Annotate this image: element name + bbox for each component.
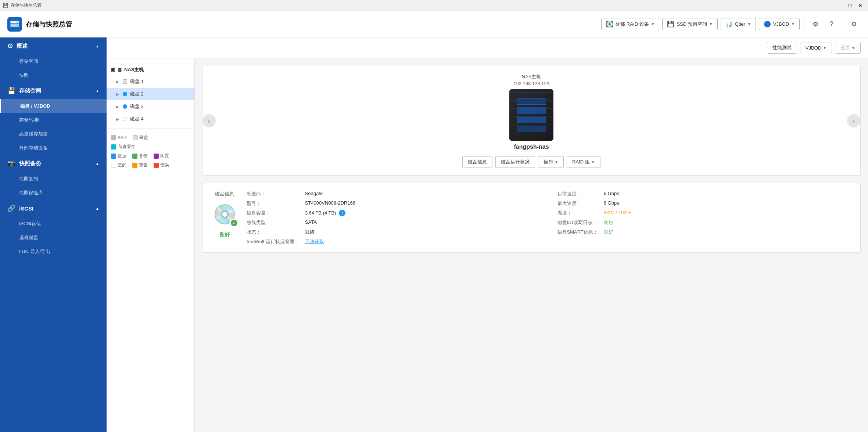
tree-node-disk1[interactable]: ▶ 磁盘 1	[107, 75, 194, 88]
sidebar-section-overview-left: ⊙ 概述	[7, 42, 28, 50]
legend-row-2: 高速缓存	[111, 144, 190, 150]
disk1-dot	[123, 79, 127, 84]
sidebar-section-iscsi[interactable]: 🔗 iSCSI	[0, 200, 107, 217]
performance-test-button[interactable]: 性能测试	[767, 42, 797, 54]
logo-svg	[10, 19, 20, 29]
smart-value: 良好	[604, 229, 853, 235]
main-content: 性能测试 VJBOD 还原 ▣ 🖥 NAS主机 ▶	[107, 37, 868, 432]
disk-info-right: 目前速度： 6 Gbps 最大速度： 6 Gbps 温度： 43°C / 109…	[557, 191, 853, 245]
nas-name-label: NAS主机	[522, 73, 541, 80]
sidebar-section-overview[interactable]: ⊙ 概述	[0, 37, 107, 54]
disk3-dot	[123, 104, 127, 109]
sidebar-item-cache[interactable]: 高速缓存加速	[0, 127, 107, 141]
operation-button[interactable]: 操作	[538, 156, 564, 168]
disk-status-text: 良好	[219, 231, 230, 238]
legend-box-warning	[132, 163, 137, 168]
sidebar-item-storage-snapshot[interactable]: 存储/快照	[0, 113, 107, 127]
sidebar-item-lun-import[interactable]: LUN 导入/导出	[0, 245, 107, 259]
sidebar-item-external-storage[interactable]: 外部存储设备	[0, 141, 107, 155]
sidebar-section-storage-left: 💾 存储空间	[7, 87, 41, 95]
sidebar-section-overview-label: 概述	[17, 43, 28, 50]
sidebar-item-iscsi-storage[interactable]: iSCSI存储	[0, 217, 107, 231]
tree-node-disk3[interactable]: ▶ 磁盘 3	[107, 100, 194, 113]
tree-header[interactable]: ▣ 🖥 NAS主机	[107, 64, 194, 75]
nas-slot-2	[517, 107, 546, 114]
qtier-button[interactable]: 📊 Qtier	[721, 18, 756, 30]
legend-box-empty	[111, 163, 116, 168]
status-label: 状态：	[247, 229, 299, 235]
settings-icon-button[interactable]: ⚙	[809, 18, 822, 31]
maximize-button[interactable]: □	[845, 1, 855, 10]
minimize-button[interactable]: —	[835, 1, 844, 10]
capacity-info-icon[interactable]: i	[339, 210, 345, 216]
disk2-label: 磁盘 2	[130, 91, 144, 97]
app-header: 存储与快照总管 💽 外部 RAID 设备 💾 SSD 预留空间 📊 Qtier …	[0, 11, 868, 37]
legend-box-disk	[133, 135, 138, 140]
external-raid-icon: 💽	[606, 21, 613, 28]
legend-row-3: 数据 备份 闲置	[111, 153, 190, 159]
sidebar-section-iscsi-label: iSCSI	[19, 205, 33, 212]
legend-ssd: SSD	[111, 135, 127, 140]
close-button[interactable]: ✕	[856, 1, 865, 10]
legend-data-label: 数据	[118, 153, 126, 159]
help-icon-button[interactable]: ?	[825, 18, 838, 31]
tree-header-icon: 🖥	[117, 67, 122, 73]
nas-drive-slots	[517, 94, 546, 137]
restore-arrow	[851, 46, 855, 50]
legend-disk-label: 磁盘	[139, 134, 148, 141]
disk-action-bar: 磁盘信息 磁盘运行状况 操作 RAID 组	[462, 156, 600, 168]
sidebar-item-snapshot[interactable]: 快照	[0, 68, 107, 82]
legend-idle-label: 闲置	[160, 153, 169, 159]
restore-button[interactable]: 还原	[835, 42, 861, 54]
sidebar-section-storage-label: 存储空间	[19, 87, 41, 94]
gear-icon-button[interactable]: ⚙	[847, 18, 861, 31]
external-raid-button[interactable]: 💽 外部 RAID 设备	[601, 18, 659, 30]
sidebar-item-disk-vjbod[interactable]: 磁盘 / VJBOD	[0, 99, 107, 113]
legend-error-label: 错误	[160, 162, 169, 168]
nas-image-inner	[517, 94, 546, 137]
sidebar-item-snapshot-copy[interactable]: 快照复制	[0, 172, 107, 186]
tree-node-disk2[interactable]: ▶ 磁盘 2	[107, 88, 194, 100]
legend-cache: 高速缓存	[111, 144, 135, 150]
max-speed-label: 最大速度：	[557, 200, 598, 207]
sidebar-section-snapshot-backup[interactable]: 📷 快照备份	[0, 155, 107, 172]
vjbod-button[interactable]: 🔵 VJBOD	[759, 18, 800, 30]
legend-box-cache	[111, 144, 116, 150]
legend-box-data	[111, 154, 116, 159]
sidebar-section-snapshot-label: 快照备份	[19, 160, 41, 167]
tree-node-disk4[interactable]: ▶ 磁盘 4	[107, 113, 194, 125]
vjbod-action-button[interactable]: VJBOD	[800, 43, 832, 53]
sidebar-item-storage-space[interactable]: 存储空间	[0, 54, 107, 68]
disk-info-button[interactable]: 磁盘信息	[462, 156, 492, 168]
sidebar-section-storage[interactable]: 💾 存储空间	[0, 82, 107, 99]
overview-chevron	[96, 43, 99, 48]
nav-next-button[interactable]: ›	[847, 114, 860, 127]
svg-point-3	[17, 25, 18, 26]
model-label: 型号：	[247, 200, 299, 207]
header-divider-1	[804, 19, 804, 30]
legend-backup-label: 备份	[139, 153, 148, 159]
disk1-expand: ▶	[115, 79, 120, 84]
model-value: ST4000VN008-2DR166	[305, 200, 542, 207]
legend-box-backup	[132, 154, 137, 159]
sidebar-item-snapshot-vault[interactable]: 快照保险库	[0, 186, 107, 200]
disk-info-left: 制造商： Seagate 型号： ST4000VN008-2DR166 磁盘容量…	[247, 191, 542, 245]
qtier-arrow	[747, 22, 751, 26]
ssd-reserve-button[interactable]: 💾 SSD 预留空间	[662, 18, 717, 30]
raid-group-button[interactable]: RAID 组	[567, 156, 600, 168]
content-area: ▣ 🖥 NAS主机 ▶ 磁盘 1 ▶ 磁盘 2 ▶ 磁盘	[107, 58, 868, 432]
ironwolf-value[interactable]: 无法获取	[305, 238, 542, 245]
header-divider-2	[843, 19, 843, 30]
disk-status-button[interactable]: 磁盘运行状况	[495, 156, 535, 168]
status-value: 就绪	[305, 229, 542, 235]
legend-ssd-label: SSD	[118, 135, 127, 140]
io-log-value: 良好	[604, 219, 853, 226]
legend-empty-label: 空的	[118, 162, 126, 168]
tree-collapse-icon: ▣	[111, 67, 115, 72]
sidebar-item-remote-disk[interactable]: 远程磁盘	[0, 231, 107, 245]
nav-prev-button[interactable]: ‹	[202, 114, 216, 127]
nas-slot-4	[517, 126, 546, 132]
io-log-label: 磁盘I/O读写日志：	[557, 219, 598, 226]
app-logo: 存储与快照总管	[7, 17, 72, 32]
legend-backup: 备份	[132, 153, 148, 159]
